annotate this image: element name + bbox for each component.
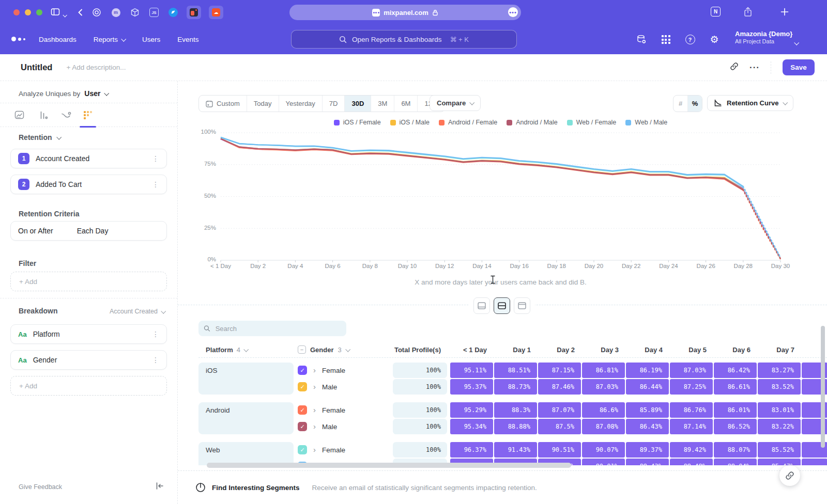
more-options-icon[interactable]: ··· (749, 62, 760, 73)
sidebar-toggle-icon[interactable] (51, 7, 60, 19)
retention-value-cell[interactable]: 87.15% (538, 363, 581, 378)
range-custom[interactable]: Custom (199, 96, 247, 112)
gender-column-header[interactable]: − Gender 3 (298, 345, 393, 354)
row-checkbox[interactable]: ✓ (298, 445, 307, 454)
retention-value-cell[interactable]: 96.37% (450, 442, 493, 458)
legend-item[interactable]: iOS / Male (390, 119, 430, 126)
retention-value-cell[interactable]: 86.6% (582, 402, 625, 418)
add-filter-button[interactable]: + Add (10, 272, 167, 291)
retention-step-card[interactable]: 2 Added To Cart ⋮ (10, 175, 167, 194)
tab-flows[interactable] (58, 107, 74, 123)
minimize-window-button[interactable] (25, 9, 31, 15)
platform-cell[interactable]: Web (198, 442, 294, 465)
retention-value-cell[interactable]: 88.73% (494, 379, 537, 395)
report-title[interactable]: Untitled (21, 62, 52, 72)
js-badge-icon[interactable]: JS (148, 7, 160, 18)
close-window-button[interactable] (13, 9, 20, 15)
nav-link-reports[interactable]: Reports (94, 36, 125, 43)
range-30d[interactable]: 30D (345, 96, 371, 112)
toggle-split-view-icon[interactable] (494, 297, 510, 314)
platform-column-header[interactable]: Platform 4 (198, 346, 298, 354)
mixpanel-logo[interactable] (11, 37, 25, 41)
cube-icon[interactable] (129, 7, 141, 18)
retention-value-cell[interactable]: 86.19% (626, 363, 669, 378)
table-search[interactable] (198, 321, 346, 336)
retention-value-cell[interactable]: 90.07% (582, 442, 625, 458)
retention-value-cell[interactable]: 95.34% (450, 419, 493, 434)
day-header-day-1[interactable]: Day 1 (494, 346, 538, 354)
retention-value-cell[interactable]: 87.25% (670, 379, 713, 395)
retention-value-cell[interactable]: 85.89% (626, 402, 669, 418)
day-header-day-7[interactable]: Day 7 (758, 346, 802, 354)
tab-funnels[interactable] (36, 107, 52, 123)
criteria-condition[interactable]: On or After (18, 227, 53, 235)
kebab-menu-icon[interactable]: ⋮ (152, 181, 159, 188)
row-checkbox[interactable]: ✓ (298, 405, 307, 415)
retention-value-cell[interactable]: 88.3% (494, 402, 537, 418)
chart-type-selector[interactable]: Retention Curve (707, 95, 793, 111)
retention-value-cell[interactable]: 86.43% (626, 419, 669, 434)
retention-value-cell[interactable]: 88.07% (714, 442, 757, 458)
new-tab-icon[interactable] (779, 7, 790, 19)
range-3m[interactable]: 3M (371, 96, 394, 112)
retention-value-cell[interactable]: 87.14% (670, 419, 713, 434)
retention-value-cell[interactable]: 87.46% (538, 379, 581, 395)
collapse-sidebar-icon[interactable] (156, 482, 164, 492)
vertical-scrollbar[interactable] (821, 326, 825, 448)
retention-value-cell[interactable]: 86.01% (714, 402, 757, 418)
retention-value-cell[interactable]: 86.44% (626, 379, 669, 395)
retention-step-card[interactable]: 1 Account Created ⋮ (10, 149, 167, 168)
retention-value-cell[interactable]: 95.29% (450, 402, 493, 418)
retention-section-title[interactable]: Retention (19, 133, 60, 141)
breakdown-property-card[interactable]: Aa Gender ⋮ (10, 350, 167, 370)
retention-value-cell[interactable]: 89.37% (626, 442, 669, 458)
row-checkbox[interactable]: ✓ (298, 382, 307, 391)
retention-value-cell[interactable]: 90.51% (538, 442, 581, 458)
retention-criteria-card[interactable]: On or After Each Day (10, 221, 167, 241)
day-header-day-6[interactable]: Day 6 (714, 346, 758, 354)
tab-retention[interactable] (80, 107, 96, 123)
breakdown-property-card[interactable]: Aa Platform ⋮ (10, 324, 167, 344)
expand-row-icon[interactable]: › (313, 445, 316, 454)
format-percent[interactable]: % (687, 96, 702, 112)
retention-value-cell[interactable]: 91.43% (494, 442, 537, 458)
zoom-window-button[interactable] (36, 9, 42, 15)
retention-value-cell[interactable]: 83.27% (758, 363, 801, 378)
day-header-day-5[interactable]: Day 5 (670, 346, 714, 354)
retention-value-cell[interactable]: 85.47% (758, 459, 801, 465)
day-header-day-3[interactable]: Day 3 (582, 346, 626, 354)
retention-value-cell[interactable]: 87.08% (582, 419, 625, 434)
retention-value-cell[interactable]: 86.42% (714, 363, 757, 378)
retention-value-cell[interactable]: 95.11% (450, 363, 493, 378)
criteria-value[interactable]: Each Day (77, 227, 109, 235)
toggle-table-focus-icon[interactable] (514, 297, 530, 314)
legend-item[interactable]: Android / Male (507, 119, 558, 126)
retention-value-cell[interactable] (802, 459, 827, 465)
day-header-1-day[interactable]: < 1 Day (450, 346, 494, 354)
range-yesterday[interactable]: Yesterday (279, 96, 323, 112)
breakdown-scope-selector[interactable]: Account Created (110, 308, 165, 315)
retention-value-cell[interactable]: 89.48% (670, 459, 713, 465)
segments-title[interactable]: Find Interesting Segments (212, 484, 300, 492)
platform-cell[interactable]: iOS (198, 363, 294, 395)
retention-value-cell[interactable]: 85.52% (758, 442, 801, 458)
retention-value-cell[interactable]: 87.03% (670, 363, 713, 378)
kebab-menu-icon[interactable]: ⋮ (152, 330, 159, 338)
reader-red-icon[interactable] (187, 6, 201, 19)
avatar-m-icon[interactable]: m (110, 7, 121, 18)
expand-row-icon[interactable]: › (313, 422, 316, 431)
range-6m[interactable]: 6M (394, 96, 418, 112)
format-absolute[interactable]: # (673, 96, 687, 112)
row-checkbox[interactable]: ✓ (298, 366, 307, 375)
help-icon[interactable]: ? (685, 35, 695, 45)
retention-value-cell[interactable]: 83.22% (758, 419, 801, 434)
url-bar[interactable]: mixpanel.com ••• (289, 5, 521, 20)
select-all-checkbox[interactable]: − (298, 345, 306, 354)
compare-button[interactable]: Compare (430, 95, 481, 111)
retention-value-cell[interactable]: 87.03% (582, 379, 625, 395)
retention-value-cell[interactable]: 95.37% (450, 379, 493, 395)
cloud-orange-icon[interactable]: ☁ (209, 6, 223, 19)
expand-row-icon[interactable]: › (313, 382, 316, 391)
legend-item[interactable]: iOS / Female (334, 119, 381, 126)
kebab-menu-icon[interactable]: ⋮ (152, 356, 159, 364)
